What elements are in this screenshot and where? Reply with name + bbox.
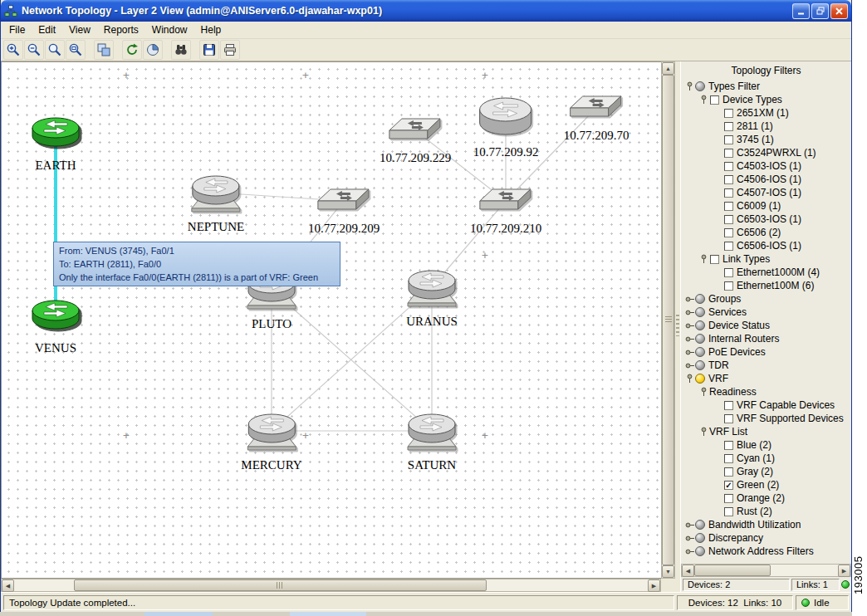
expand-toggle-icon[interactable] bbox=[684, 548, 695, 555]
tree-node-vrf-capable-devices[interactable]: VRF Capable Devices bbox=[681, 398, 851, 412]
tree-node-bandwidth-utilization[interactable]: Bandwidth Utilization bbox=[681, 518, 851, 531]
tree-node-3745-1[interactable]: 3745 (1) bbox=[681, 133, 851, 146]
zoom-reset-icon[interactable] bbox=[45, 40, 65, 60]
save-icon[interactable] bbox=[199, 40, 219, 60]
expand-toggle-icon[interactable] bbox=[684, 521, 695, 529]
canvas-vertical-scrollbar[interactable]: ▲ ▼ bbox=[661, 61, 675, 579]
checkbox-checked[interactable]: ✓ bbox=[724, 481, 733, 490]
expand-toggle-icon[interactable] bbox=[684, 362, 695, 369]
device-r92[interactable]: 10.77.209.92 bbox=[473, 94, 539, 159]
tree-node-discrepancy[interactable]: Discrepancy bbox=[681, 531, 851, 545]
tree-node-c6506-2[interactable]: C6506 (2) bbox=[681, 226, 851, 239]
tree-node-device-types[interactable]: Device Types bbox=[681, 93, 851, 106]
expand-toggle-icon[interactable] bbox=[684, 535, 695, 542]
menu-window[interactable]: Window bbox=[145, 22, 194, 37]
expand-toggle-icon[interactable] bbox=[684, 296, 695, 303]
zoom-area-icon[interactable] bbox=[66, 40, 86, 60]
close-button[interactable] bbox=[830, 3, 848, 19]
checkbox-unchecked[interactable] bbox=[724, 202, 733, 211]
checkbox-unchecked[interactable] bbox=[724, 122, 733, 131]
tree-node-link-types[interactable]: Link Types bbox=[681, 252, 851, 266]
canvas-horizontal-scrollbar[interactable]: ◀ ▶ bbox=[1, 579, 661, 592]
checkbox-unchecked[interactable] bbox=[724, 228, 733, 237]
tree-node-vrf-list[interactable]: VRF List bbox=[681, 425, 851, 438]
checkbox-unchecked[interactable] bbox=[724, 454, 733, 463]
tree-node-ethernet100m-6[interactable]: Ethernet100M (6) bbox=[681, 279, 851, 292]
splitter[interactable] bbox=[675, 61, 680, 592]
tree-node-vrf-supported-devices[interactable]: VRF Supported Devices bbox=[681, 412, 851, 425]
find-icon[interactable] bbox=[171, 40, 191, 60]
expand-toggle-icon[interactable] bbox=[684, 335, 695, 343]
tree-node-c4506-ios-1[interactable]: C4506-IOS (1) bbox=[681, 173, 851, 186]
tree-node-2651xm-1[interactable]: 2651XM (1) bbox=[681, 106, 851, 120]
tree-node-rust-2[interactable]: Rust (2) bbox=[681, 505, 851, 518]
device-sw209[interactable]: 10.77.209.209 bbox=[308, 187, 380, 236]
checkbox-unchecked[interactable] bbox=[724, 467, 733, 477]
device-saturn[interactable]: SATURN bbox=[406, 410, 458, 472]
title-bar[interactable]: Network Topology - Layer 2 View (admin@A… bbox=[1, 0, 851, 22]
tree-node-internal-routers[interactable]: Internal Routers bbox=[681, 332, 851, 345]
tree-node-c6503-ios-1[interactable]: C6503-IOS (1) bbox=[681, 213, 851, 226]
checkbox-unchecked[interactable] bbox=[724, 215, 733, 224]
checkbox-unchecked[interactable] bbox=[724, 175, 733, 184]
collapse-toggle-icon[interactable] bbox=[698, 387, 709, 397]
checkbox-unchecked[interactable] bbox=[724, 401, 733, 410]
refresh-icon[interactable] bbox=[122, 40, 142, 60]
print-icon[interactable] bbox=[220, 40, 240, 60]
device-mercury[interactable]: MERCURY bbox=[241, 410, 301, 472]
checkbox-unchecked[interactable] bbox=[710, 95, 719, 105]
checkbox-unchecked[interactable] bbox=[724, 242, 733, 251]
device-neptune[interactable]: NEPTUNE bbox=[188, 172, 244, 234]
checkbox-unchecked[interactable] bbox=[724, 281, 733, 291]
expand-toggle-icon[interactable] bbox=[684, 322, 695, 330]
horizontal-scroll-track[interactable] bbox=[14, 579, 648, 591]
menu-file[interactable]: File bbox=[2, 22, 32, 37]
expand-toggle-icon[interactable] bbox=[684, 349, 695, 356]
checkbox-unchecked[interactable] bbox=[724, 494, 733, 503]
tree-node-c6506-ios-1[interactable]: C6506-IOS (1) bbox=[681, 239, 851, 252]
tree-node-ethernet1000m-4[interactable]: Ethernet1000M (4) bbox=[681, 266, 851, 279]
scroll-down-button[interactable]: ▼ bbox=[662, 565, 674, 578]
menu-help[interactable]: Help bbox=[194, 22, 228, 37]
zoom-in-icon[interactable] bbox=[3, 40, 23, 60]
collapse-toggle-icon[interactable] bbox=[698, 95, 709, 105]
layout-icon[interactable] bbox=[94, 40, 114, 60]
checkbox-unchecked[interactable] bbox=[724, 149, 733, 158]
collapse-toggle-icon[interactable] bbox=[684, 374, 695, 384]
device-venus[interactable]: VENUS bbox=[30, 296, 81, 355]
tree-node-vrf[interactable]: VRF bbox=[681, 372, 851, 385]
tree-node-blue-2[interactable]: Blue (2) bbox=[681, 438, 851, 452]
panel-scroll-right-button[interactable]: ▶ bbox=[838, 565, 850, 577]
device-sw210[interactable]: 10.77.209.210 bbox=[470, 187, 541, 236]
checkbox-unchecked[interactable] bbox=[724, 188, 733, 198]
scroll-left-button[interactable]: ◀ bbox=[2, 579, 14, 592]
tree-node-cyan-1[interactable]: Cyan (1) bbox=[681, 452, 851, 465]
menu-edit[interactable]: Edit bbox=[32, 22, 62, 37]
tree-node-network-address-filters[interactable]: Network Address Filters bbox=[681, 545, 851, 558]
menu-view[interactable]: View bbox=[62, 22, 97, 37]
checkbox-unchecked[interactable] bbox=[710, 255, 719, 264]
scroll-right-button[interactable]: ▶ bbox=[648, 579, 660, 592]
collapse-toggle-icon[interactable] bbox=[684, 81, 695, 91]
checkbox-unchecked[interactable] bbox=[724, 135, 733, 144]
checkbox-unchecked[interactable] bbox=[724, 507, 733, 516]
checkbox-unchecked[interactable] bbox=[724, 268, 733, 277]
poll-icon[interactable] bbox=[143, 40, 163, 60]
vertical-scroll-track[interactable] bbox=[662, 75, 674, 565]
tree-node-tdr[interactable]: TDR bbox=[681, 359, 851, 372]
collapse-toggle-icon[interactable] bbox=[698, 254, 709, 264]
restore-button[interactable] bbox=[811, 3, 829, 19]
device-earth[interactable]: EARTH bbox=[30, 114, 81, 173]
panel-horizontal-scrollbar[interactable]: ◀ ▶ bbox=[681, 564, 851, 577]
tree-node-groups[interactable]: Groups bbox=[681, 292, 851, 306]
panel-scroll-thumb[interactable] bbox=[694, 565, 771, 576]
vertical-scroll-thumb[interactable] bbox=[662, 75, 674, 565]
tree-node-types-filter[interactable]: Types Filter bbox=[681, 80, 851, 93]
zoom-out-icon[interactable] bbox=[24, 40, 44, 60]
tree-node-orange-2[interactable]: Orange (2) bbox=[681, 491, 851, 505]
expand-toggle-icon[interactable] bbox=[684, 309, 695, 316]
device-uranus[interactable]: URANUS bbox=[406, 266, 458, 329]
panel-scroll-track[interactable] bbox=[694, 565, 838, 576]
tree-node-c3524pwrxl-1[interactable]: C3524PWRXL (1) bbox=[681, 146, 851, 159]
scroll-up-button[interactable]: ▲ bbox=[662, 62, 674, 75]
